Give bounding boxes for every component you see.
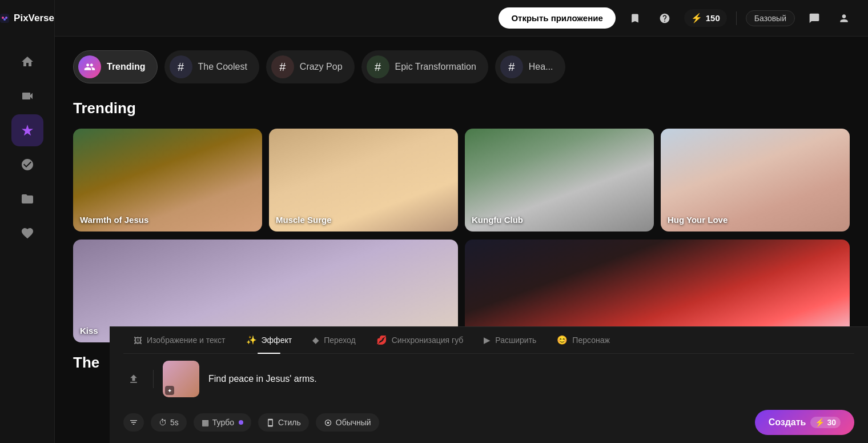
svg-point-3 — [3, 18, 6, 21]
svg-point-2 — [5, 17, 7, 19]
lipsync-icon: 💋 — [376, 335, 387, 345]
toolbar-tab-transition[interactable]: ◆ Переход — [302, 327, 366, 353]
toolbar-tab-expand-label: Расширить — [495, 336, 536, 345]
toolbar-tab-lipsync[interactable]: 💋 Синхронизация губ — [366, 327, 474, 353]
crazypop-hashtag-icon: # — [279, 61, 286, 74]
expand-icon: ▶ — [484, 335, 491, 345]
effect-icon: ✨ — [246, 335, 257, 345]
tab-coolest[interactable]: # The Coolest — [164, 50, 259, 83]
tab-label-trending: Trending — [107, 62, 146, 72]
video-grid-top: Warmth of Jesus Muscle Surge Kungfu Club… — [73, 129, 850, 232]
video-card-muscle[interactable]: Muscle Surge — [269, 129, 458, 232]
tab-label-coolest: The Coolest — [198, 62, 247, 72]
sidebar-item-home[interactable] — [11, 46, 43, 78]
profile-button[interactable] — [834, 8, 854, 29]
open-app-button[interactable]: Открыть приложение — [499, 7, 615, 29]
tab-label-hea: Hea... — [529, 62, 553, 72]
quality-button[interactable]: Обычный — [316, 413, 379, 432]
video-card-hug[interactable]: Hug Your Love — [661, 129, 850, 232]
sidebar-item-character[interactable] — [11, 149, 43, 181]
tab-hea[interactable]: # Hea... — [495, 50, 565, 83]
logo-icon — [0, 9, 9, 27]
quality-label: Обычный — [336, 418, 371, 427]
turbo-button[interactable]: ▦ Турбо — [194, 413, 251, 432]
create-energy-badge: ⚡ 30 — [810, 417, 841, 428]
section-title: Trending — [73, 99, 850, 117]
logo-text: PixVerse — [14, 13, 54, 24]
create-label: Создать — [769, 417, 806, 428]
upload-button[interactable] — [123, 369, 144, 389]
tab-label-crazypop: Crazy Pop — [300, 62, 343, 72]
bookmarks-button[interactable] — [625, 8, 645, 29]
toolbar-tab-lipsync-label: Синхронизация губ — [392, 336, 464, 345]
help-button[interactable] — [654, 8, 675, 29]
sidebar-item-spark[interactable] — [11, 114, 43, 146]
tab-avatar-coolest: # — [170, 55, 192, 78]
sidebar-item-heart[interactable] — [11, 217, 43, 249]
svg-point-5 — [327, 421, 329, 424]
energy-count: 150 — [706, 13, 720, 23]
video-label-kungfu: Kungfu Club — [472, 215, 523, 225]
filters-button[interactable] — [123, 413, 144, 432]
toolbar-tab-effect-label: Эффект — [262, 336, 292, 345]
app-logo: PixVerse — [0, 0, 54, 37]
video-label-muscle: Muscle Surge — [276, 215, 332, 225]
image-text-icon: 🖼 — [134, 336, 142, 345]
tab-avatar-trending — [78, 55, 101, 78]
thumbnail-sparkle-icon: ✦ — [165, 386, 174, 395]
duration-icon: ⏱ — [159, 418, 167, 427]
toolbar-tabs-row: 🖼 Изображение и текст ✨ Эффект ◆ Переход… — [123, 327, 854, 354]
tab-avatar-crazypop: # — [271, 55, 294, 78]
bottom-toolbar: 🖼 Изображение и текст ✨ Эффект ◆ Переход… — [110, 326, 868, 443]
epic-hashtag-icon: # — [375, 61, 381, 74]
duration-button[interactable]: ⏱ 5s — [151, 413, 187, 432]
video-label-hug: Hug Your Love — [668, 215, 728, 225]
video-card-kungfu[interactable]: Kungfu Club — [465, 129, 654, 232]
video-label-kiss: Kiss — [80, 326, 98, 336]
toolbar-tab-image-text-label: Изображение и текст — [147, 336, 226, 345]
toolbar-tab-effect[interactable]: ✨ Эффект — [236, 327, 303, 353]
toolbar-tab-image-text[interactable]: 🖼 Изображение и текст — [123, 327, 236, 353]
tab-crazypop[interactable]: # Crazy Pop — [266, 50, 355, 83]
create-button[interactable]: Создать ⚡ 30 — [755, 410, 854, 435]
svg-point-1 — [2, 17, 4, 19]
sidebar: PixVerse — [0, 0, 55, 443]
header-divider — [736, 11, 737, 25]
tab-trending[interactable]: Trending — [73, 50, 158, 83]
duration-label: 5s — [170, 418, 179, 427]
style-label: Стиль — [278, 418, 301, 427]
tab-epic[interactable]: # Epic Transformation — [361, 50, 488, 83]
input-divider — [153, 370, 154, 388]
video-label-jesus: Warmth of Jesus — [80, 215, 148, 225]
video-card-jesus[interactable]: Warmth of Jesus — [73, 129, 262, 232]
toolbar-tab-expand[interactable]: ▶ Расширить — [473, 327, 546, 353]
tab-avatar-epic: # — [367, 55, 389, 78]
main-content: Открыть приложение ⚡ 150 Базовый Tren — [55, 0, 868, 443]
toolbar-tab-transition-label: Переход — [324, 336, 356, 345]
toolbar-tab-character-label: Персонаж — [572, 336, 609, 345]
character-icon: 😊 — [557, 335, 568, 345]
sidebar-item-folder[interactable] — [11, 183, 43, 215]
turbo-dot — [239, 420, 243, 425]
prompt-input-row: ✦ — [123, 354, 854, 404]
notifications-button[interactable] — [804, 8, 825, 29]
sidebar-nav — [0, 37, 54, 249]
prompt-thumbnail: ✦ — [163, 361, 199, 397]
coolest-hashtag-icon: # — [178, 61, 184, 74]
controls-row: ⏱ 5s ▦ Турбо Стиль Обычный Создать ⚡ — [123, 404, 854, 443]
turbo-label: Турбо — [212, 418, 234, 427]
prompt-text-input[interactable] — [208, 374, 854, 384]
tab-label-epic: Epic Transformation — [395, 62, 476, 72]
plan-badge[interactable]: Базовый — [746, 10, 795, 26]
transition-icon: ◆ — [312, 335, 319, 345]
create-energy-icon: ⚡ — [815, 418, 825, 427]
category-tabs: Trending # The Coolest # Crazy Pop # Epi… — [73, 50, 850, 83]
tab-avatar-hea: # — [500, 55, 523, 78]
sidebar-item-video[interactable] — [11, 80, 43, 112]
style-button[interactable]: Стиль — [258, 413, 309, 432]
hea-hashtag-icon: # — [508, 61, 515, 74]
header: Открыть приложение ⚡ 150 Базовый — [55, 0, 868, 37]
toolbar-tab-character[interactable]: 😊 Персонаж — [546, 327, 620, 353]
energy-icon: ⚡ — [691, 13, 702, 23]
create-energy-count: 30 — [827, 418, 836, 427]
